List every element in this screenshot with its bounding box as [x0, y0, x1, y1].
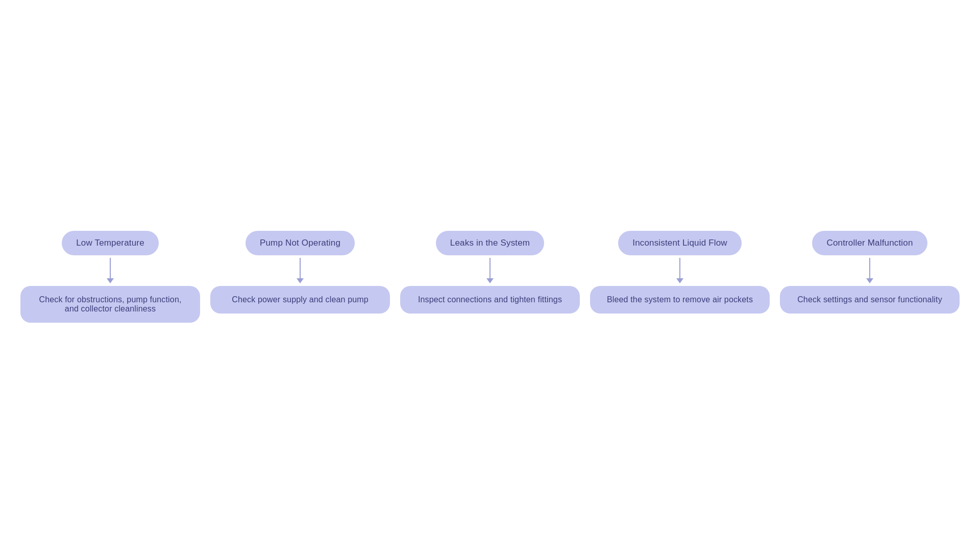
arrow-inconsistent-liquid-flow — [676, 255, 683, 286]
arrow-low-temperature — [107, 255, 114, 286]
arrow-head — [486, 278, 494, 283]
arrow-head — [297, 278, 304, 283]
desc-controller-malfunction: Check settings and sensor functionality — [780, 286, 960, 314]
arrow-line — [869, 258, 870, 278]
arrow-line — [300, 258, 301, 278]
desc-low-temperature: Check for obstructions, pump function, a… — [20, 286, 200, 323]
arrow-pump-not-operating — [297, 255, 304, 286]
arrow-head — [676, 278, 683, 283]
arrow-controller-malfunction — [866, 255, 873, 286]
title-low-temperature: Low Temperature — [62, 231, 159, 255]
diagram-container: Low Temperature Check for obstructions, … — [0, 0, 980, 553]
arrow-line — [110, 258, 111, 278]
arrow-head — [866, 278, 873, 283]
title-leaks-in-system: Leaks in the System — [436, 231, 544, 255]
arrow-line — [489, 258, 491, 278]
column-leaks-in-system: Leaks in the System Inspect connections … — [400, 231, 580, 314]
arrow-line — [679, 258, 680, 278]
title-controller-malfunction: Controller Malfunction — [812, 231, 927, 255]
column-low-temperature: Low Temperature Check for obstructions, … — [20, 231, 200, 323]
diagram-columns: Low Temperature Check for obstructions, … — [0, 231, 980, 323]
arrow-leaks-in-system — [486, 255, 494, 286]
arrow-head — [107, 278, 114, 283]
column-controller-malfunction: Controller Malfunction Check settings an… — [780, 231, 960, 314]
desc-pump-not-operating: Check power supply and clean pump — [210, 286, 390, 314]
desc-inconsistent-liquid-flow: Bleed the system to remove air pockets — [590, 286, 770, 314]
title-pump-not-operating: Pump Not Operating — [246, 231, 355, 255]
column-inconsistent-liquid-flow: Inconsistent Liquid Flow Bleed the syste… — [590, 231, 770, 314]
column-pump-not-operating: Pump Not Operating Check power supply an… — [210, 231, 390, 314]
title-inconsistent-liquid-flow: Inconsistent Liquid Flow — [618, 231, 742, 255]
desc-leaks-in-system: Inspect connections and tighten fittings — [400, 286, 580, 314]
